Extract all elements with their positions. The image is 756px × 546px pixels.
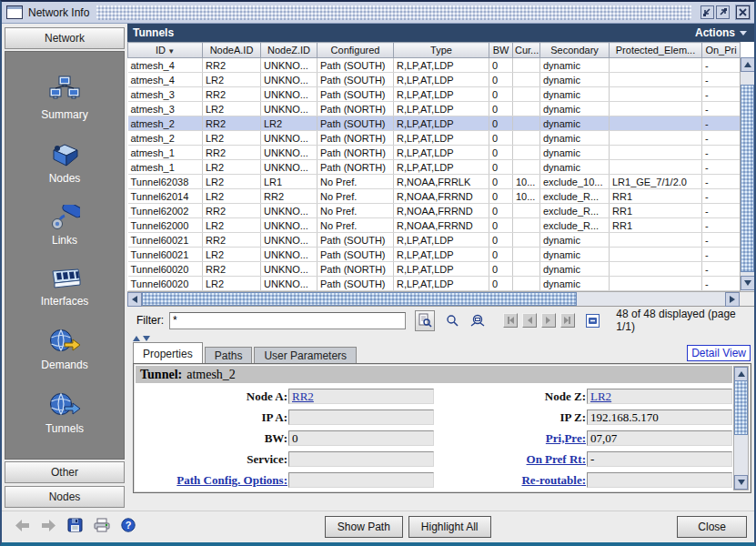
column-header-id[interactable]: ID ▼ (128, 43, 203, 58)
table-row[interactable]: atmesh_2RR2LR2Path (SOUTH)R,LP,AT,LDP0dy… (128, 116, 741, 131)
table-cell[interactable]: atmesh_4 (128, 73, 203, 87)
column-header-on-pri[interactable]: On_Pri (702, 43, 741, 58)
column-header-nodea-id[interactable]: NodeA.ID (203, 43, 261, 58)
table-cell[interactable]: atmesh_2 (128, 131, 203, 146)
table-cell[interactable]: - (702, 146, 741, 160)
table-cell[interactable]: dynamic (540, 58, 610, 73)
table-cell[interactable]: LR2 (203, 218, 261, 233)
table-cell[interactable] (513, 116, 540, 131)
sidebar-item-links[interactable]: Links (49, 205, 80, 247)
table-cell[interactable]: - (702, 248, 741, 262)
table-row[interactable]: atmesh_4LR2UNKNO...Path (SOUTH)R,LP,AT,L… (128, 73, 741, 87)
close-button[interactable]: Close (677, 516, 747, 538)
table-cell[interactable] (513, 87, 540, 102)
table-cell[interactable]: R,LP,AT,LDP (394, 87, 489, 102)
table-cell[interactable]: R,NOAA,FRRND (394, 204, 489, 218)
table-cell[interactable]: Tunnel62002 (128, 204, 203, 218)
prop-value[interactable]: LR2 (590, 389, 611, 404)
table-cell[interactable]: LR2 (203, 102, 261, 116)
table-cell[interactable] (610, 146, 702, 160)
scroll-down-icon[interactable] (741, 276, 755, 290)
zoom-selection-icon[interactable] (470, 314, 487, 328)
table-cell[interactable]: UNKNO... (261, 131, 318, 146)
table-cell[interactable] (513, 248, 540, 262)
table-cell[interactable]: Path (SOUTH) (318, 73, 394, 87)
prop-label-path-config-options[interactable]: Path Config. Options: (136, 473, 288, 488)
table-cell[interactable]: RR2 (203, 146, 261, 160)
table-cell[interactable]: 0 (489, 146, 513, 160)
table-cell[interactable]: atmesh_1 (128, 160, 203, 175)
sidebar-item-nodes[interactable]: Nodes (48, 141, 81, 185)
table-cell[interactable]: - (702, 204, 741, 218)
table-cell[interactable]: R,LP,AT,LDP (394, 262, 489, 277)
table-cell[interactable]: 0 (489, 262, 513, 277)
table-cell[interactable]: dynamic (540, 73, 610, 87)
table-row[interactable]: atmesh_3LR2UNKNO...Path (NORTH)R,LP,AT,L… (128, 102, 741, 116)
table-cell[interactable] (513, 131, 540, 146)
table-cell[interactable]: UNKNO... (261, 87, 318, 102)
table-cell[interactable]: dynamic (540, 233, 610, 248)
scroll-left-icon[interactable] (127, 292, 142, 307)
scroll-up-icon[interactable] (741, 57, 755, 72)
table-cell[interactable]: 0 (489, 116, 513, 131)
table-cell[interactable]: LR2 (203, 73, 261, 87)
table-cell[interactable]: UNKNO... (261, 58, 318, 73)
table-cell[interactable]: UNKNO... (261, 102, 318, 116)
sidebar-item-tunnels[interactable]: Tunnels (45, 391, 84, 435)
table-cell[interactable]: R,LP,AT,LDP (394, 233, 489, 248)
table-row[interactable]: Tunnel62038LR2LR1No Pref.R,NOAA,FRRLK010… (128, 175, 741, 189)
table-row[interactable]: Tunnel60021LR2UNKNO...Path (SOUTH)R,LP,A… (128, 248, 741, 262)
table-cell[interactable]: dynamic (540, 277, 610, 291)
table-cell[interactable]: 0 (489, 87, 513, 102)
zoom-icon[interactable] (446, 314, 459, 328)
last-page-icon[interactable] (560, 313, 575, 328)
table-cell[interactable]: R,LP,AT,LDP (394, 58, 489, 73)
forward-icon[interactable] (41, 519, 56, 536)
prop-value[interactable]: RR2 (292, 389, 314, 404)
table-row[interactable]: atmesh_3RR2UNKNO...Path (SOUTH)R,LP,AT,L… (128, 87, 741, 102)
table-cell[interactable] (513, 160, 540, 175)
save-icon[interactable] (67, 518, 83, 536)
table-cell[interactable]: R,LP,AT,LDP (394, 146, 489, 160)
splitter-collapse-down-icon[interactable] (143, 336, 150, 341)
table-cell[interactable]: No Pref. (318, 204, 394, 218)
table-cell[interactable]: R,LP,AT,LDP (394, 277, 489, 291)
table-cell[interactable]: UNKNO... (261, 277, 318, 291)
table-cell[interactable]: RR2 (203, 262, 261, 277)
table-cell[interactable] (610, 87, 702, 102)
table-cell[interactable]: No Pref. (318, 175, 394, 189)
table-cell[interactable] (610, 248, 702, 262)
table-cell[interactable]: LR2 (203, 248, 261, 262)
table-cell[interactable]: - (702, 262, 741, 277)
table-cell[interactable]: 0 (489, 160, 513, 175)
vscroll-thumb[interactable] (741, 85, 754, 272)
column-header-cur-[interactable]: Cur... (513, 43, 540, 58)
table-cell[interactable]: UNKNO... (261, 160, 318, 175)
table-row[interactable]: Tunnel62000LR2UNKNO...No Pref.R,NOAA,FRR… (128, 218, 741, 233)
table-cell[interactable]: 0 (489, 218, 513, 233)
table-cell[interactable]: Tunnel60020 (128, 262, 203, 277)
table-cell[interactable]: 0 (489, 233, 513, 248)
column-header-nodez-id[interactable]: NodeZ.ID (261, 43, 318, 58)
hscroll-thumb[interactable] (142, 292, 577, 306)
table-cell[interactable]: - (702, 102, 741, 116)
table-cell[interactable]: dynamic (540, 146, 610, 160)
help-icon[interactable]: ? (121, 518, 136, 536)
table-cell[interactable] (513, 233, 540, 248)
tab-properties[interactable]: Properties (133, 342, 203, 363)
table-cell[interactable]: Path (SOUTH) (318, 87, 394, 102)
table-cell[interactable]: exclude_R... (540, 189, 610, 204)
table-cell[interactable]: atmesh_1 (128, 146, 203, 160)
maximize-icon[interactable] (716, 5, 730, 19)
table-cell[interactable]: 10... (513, 189, 540, 204)
table-cell[interactable]: atmesh_4 (128, 58, 203, 73)
tab-user-parameters[interactable]: User Parameters (254, 347, 357, 363)
table-cell[interactable]: Path (NORTH) (318, 160, 394, 175)
table-cell[interactable]: LR2 (203, 160, 261, 175)
table-cell[interactable]: LR1 (261, 175, 318, 189)
show-path-button[interactable]: Show Path (325, 516, 403, 538)
next-page-icon[interactable] (541, 313, 556, 328)
table-cell[interactable]: LR1_GE_7/1/2.0 (610, 175, 702, 189)
table-cell[interactable]: atmesh_3 (128, 102, 203, 116)
table-cell[interactable]: UNKNO... (261, 218, 318, 233)
